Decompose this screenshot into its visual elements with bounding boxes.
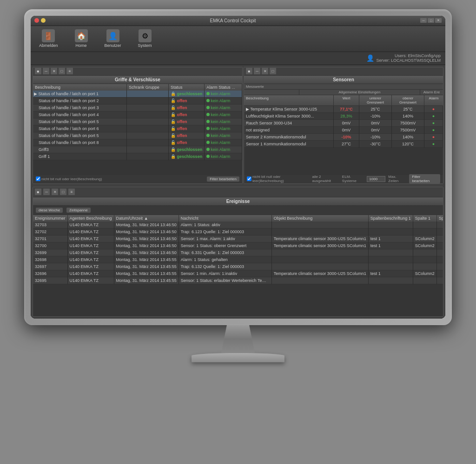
ereignisse-tool-3[interactable]: ✕ bbox=[52, 189, 58, 195]
griffe-row[interactable]: ▶ Status of handle / latch on port 1 🔒 g… bbox=[33, 91, 242, 98]
sensoren-tool-4[interactable]: □ bbox=[270, 68, 276, 74]
ereignis-cell-spaltebesc bbox=[436, 263, 443, 270]
ereignis-cell-msg: Sensor: 1 max. Alarm: 1:aktiv bbox=[178, 235, 271, 242]
sensor-cell-alarm: ● bbox=[424, 112, 443, 119]
ereignisse-row[interactable]: 32701 U140 EMKA TZ Montag, 31. März 2014… bbox=[33, 235, 443, 242]
ereignis-cell-spalte1 bbox=[413, 256, 436, 263]
griffe-tool-2[interactable]: ─ bbox=[43, 68, 49, 74]
home-label: Home bbox=[76, 43, 87, 48]
griffe-filter-btn[interactable]: Filter bearbeiten bbox=[207, 176, 239, 182]
toolbar-system[interactable]: ⚙ System bbox=[134, 27, 156, 50]
title-bar: EMKA Control Cockpit ─ □ ✕ bbox=[31, 16, 445, 26]
close-button[interactable]: ✕ bbox=[435, 18, 442, 23]
ereignis-cell-msg: Sensor: 1 Status: erlaubter Wertebereich… bbox=[178, 277, 271, 284]
ereignisse-tool-5[interactable]: ≡ bbox=[68, 189, 75, 195]
user-bar: 👤 Users: ElmStsConfigApp Server: LOCALHO… bbox=[31, 52, 445, 65]
sensor-cell-wert: 0mV bbox=[334, 119, 359, 126]
ereignis-cell-spaltebesc bbox=[436, 222, 443, 229]
sensoren-filter-btn[interactable]: Filter bearbeiten bbox=[409, 174, 440, 183]
ereignisse-row[interactable]: 32703 U140 EMKA TZ Montag, 31. März 2014… bbox=[33, 222, 443, 229]
sensor-cell-alarm: ● bbox=[424, 140, 443, 147]
sensoren-row[interactable]: Rauch Sensor 3000-U34 0mV 0mV 7500mV ● bbox=[244, 119, 443, 126]
griffe-row[interactable]: Status of handle / latch on port 5 🔓 off… bbox=[33, 118, 242, 125]
ereignisse-tool-1[interactable]: ■ bbox=[35, 189, 41, 195]
col-oberer-header: oberer Grenzwert bbox=[392, 95, 424, 105]
ereignisse-row[interactable]: 32696 U140 EMKA TZ Montag, 31. März 2014… bbox=[33, 270, 443, 277]
sensor-cell-oberer: 140% bbox=[392, 112, 424, 119]
griffe-row[interactable]: Status of handle / latch on port 5 🔓 off… bbox=[33, 132, 242, 139]
sensor-cell-wert: -10% bbox=[334, 133, 359, 140]
sensoren-tool-3[interactable]: ✕ bbox=[262, 68, 268, 74]
ereignisse-row[interactable]: 32702 U140 EMKA TZ Montag, 31. März 2014… bbox=[33, 228, 443, 235]
sensoren-row[interactable]: ▶ Temperatur Klima Sensor 3000-U25 77,1°… bbox=[244, 106, 443, 113]
ereignis-cell-agent: U140 EMKA TZ bbox=[67, 242, 114, 249]
ereignis-cell-obj bbox=[271, 228, 368, 235]
griffe-row[interactable]: Status of handle / latch on port 3 🔓 off… bbox=[33, 104, 242, 111]
elm-value-input[interactable] bbox=[367, 176, 385, 182]
sensoren-row[interactable]: not assigned 0mV 0mV 7500mV ● bbox=[244, 126, 443, 133]
ereignisse-row[interactable]: 32699 U140 EMKA TZ Montag, 31. März 2014… bbox=[33, 249, 443, 256]
ereignisse-row[interactable]: 32700 U140 EMKA TZ Montag, 31. März 2014… bbox=[33, 242, 443, 249]
sensor-cell-wert: 77,1°C bbox=[334, 106, 359, 113]
griffe-row[interactable]: Status of handle / latch on port 8 🔓 off… bbox=[33, 139, 242, 146]
sensoren-filter-checkbox[interactable]: nicht bit null oder leer(Beschreibung) bbox=[247, 175, 309, 183]
griffe-row[interactable]: Status of handle / latch on port 6 🔓 off… bbox=[33, 125, 242, 132]
sensoren-row[interactable]: Sensor 2 Kommunikationsmodul -10% -10% 1… bbox=[244, 133, 443, 140]
griffe-row[interactable]: Status of handle / latch on port 4 🔓 off… bbox=[33, 111, 242, 118]
close-dot[interactable] bbox=[34, 18, 39, 23]
sensoren-footer: nicht bit null oder leer(Beschreibung) a… bbox=[244, 174, 443, 183]
filter-zeitspanne[interactable]: Zeitspanne bbox=[66, 208, 91, 213]
sensor-cell-alarm: ● bbox=[424, 119, 443, 126]
griffe-cell-desc: ▶ Status of handle / latch on port 1 bbox=[33, 91, 127, 98]
sensor-cell-desc: Luftfeuchtigkeit Klima Sensor 3000... bbox=[244, 112, 334, 119]
maximize-button[interactable]: □ bbox=[428, 18, 434, 23]
sensor-cell-desc: not assigned bbox=[244, 126, 334, 133]
griffe-row[interactable]: Status of handle / latch on port 2 🔓 off… bbox=[33, 97, 242, 104]
ereignisse-table-container: Ereignisnummer Agenten Beschreibung Datu… bbox=[33, 215, 443, 316]
title-bar-controls bbox=[34, 18, 46, 23]
minimize-button[interactable]: ─ bbox=[420, 18, 427, 23]
sensor-cell-unterer: -10% bbox=[359, 112, 392, 119]
ereignis-cell-num: 32701 bbox=[33, 235, 67, 242]
toolbar-benutzer[interactable]: 👤 Benutzer bbox=[101, 27, 125, 50]
sensoren-table-container: ▶ Temperatur Klima Sensor 3000-U25 77,1°… bbox=[244, 106, 443, 174]
griffe-panel: ■ ─ ✕ □ ≡ Griffe & Verschlüsse bbox=[33, 67, 243, 184]
griffe-tool-4[interactable]: □ bbox=[59, 68, 65, 74]
griffe-toolbar: ■ ─ ✕ □ ≡ bbox=[33, 67, 242, 76]
minimize-dot[interactable] bbox=[41, 18, 46, 23]
ereignisse-tool-2[interactable]: ─ bbox=[43, 189, 50, 195]
griffe-cell-status: 🔒 geschlossen bbox=[169, 153, 205, 160]
sensoren-row[interactable]: Sensor 1 Kommunikationsmodul 27°C -30°C … bbox=[244, 140, 443, 147]
sensoren-tool-2[interactable]: ─ bbox=[254, 68, 260, 74]
sensor-cell-alarm: ● bbox=[424, 106, 443, 113]
col-spaltebesc: Spaltebesc bbox=[436, 215, 443, 222]
griffe-tool-3[interactable]: ✕ bbox=[51, 68, 57, 74]
ereignisse-row[interactable]: 32698 U140 EMKA TZ Montag, 31. März 2014… bbox=[33, 256, 443, 263]
griffe-tool-1[interactable]: ■ bbox=[35, 68, 41, 74]
ereignisse-row[interactable]: 32695 U140 EMKA TZ Montag, 31. März 2014… bbox=[33, 277, 443, 284]
griffe-cell-group bbox=[127, 111, 169, 118]
window-buttons: ─ □ ✕ bbox=[420, 18, 442, 23]
ereignis-cell-spaltebesc bbox=[436, 256, 443, 263]
sensor-cell-desc: Rauch Sensor 3000-U34 bbox=[244, 119, 334, 126]
ereignis-cell-obj bbox=[271, 263, 368, 270]
griffe-filter-checkbox[interactable]: nicht bit null oder leer(Beschreibung) bbox=[36, 176, 102, 181]
ereignis-cell-col1hdr bbox=[368, 228, 413, 235]
ereignisse-title: Ereignisse bbox=[33, 197, 443, 206]
griffe-cell-alarm: kein Alarm bbox=[205, 118, 242, 125]
griffe-panel-title: Griffe & Verschlüsse bbox=[33, 76, 242, 84]
griffe-row[interactable]: Griff3 🔒 geschlossen kein Alarm bbox=[33, 146, 242, 153]
griffe-tool-5[interactable]: ≡ bbox=[66, 68, 73, 74]
griffe-cell-group bbox=[127, 104, 169, 111]
toolbar-abmelden[interactable]: 🚪 Abmelden bbox=[35, 27, 62, 50]
griffe-cell-desc: Status of handle / latch on port 6 bbox=[33, 125, 127, 132]
sensoren-tool-1[interactable]: ■ bbox=[246, 68, 252, 74]
ereignisse-row[interactable]: 32697 U140 EMKA TZ Montag, 31. März 2014… bbox=[33, 263, 443, 270]
filter-diese-woche[interactable]: diese Woche bbox=[36, 208, 63, 213]
sensor-cell-desc: ▶ Temperatur Klima Sensor 3000-U25 bbox=[244, 106, 334, 113]
ereignisse-tool-4[interactable]: □ bbox=[60, 189, 66, 195]
sensoren-row[interactable]: Luftfeuchtigkeit Klima Sensor 3000... 28… bbox=[244, 112, 443, 119]
griffe-row[interactable]: Griff 1 🔒 geschlossen kein Alarm bbox=[33, 153, 242, 160]
col-alarm: Alarm Status ... bbox=[205, 84, 242, 91]
toolbar-home[interactable]: 🏠 Home bbox=[71, 27, 92, 50]
